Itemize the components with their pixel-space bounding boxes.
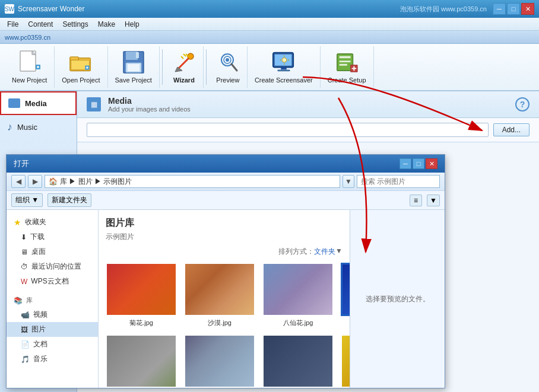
image-item-desert[interactable]: 沙漠.jpg xyxy=(184,263,255,327)
new-folder-button[interactable]: 新建文件夹 xyxy=(47,193,91,207)
menu-help[interactable]: Help xyxy=(120,19,144,30)
sidebar-library-header: 📚 库 xyxy=(7,294,98,307)
add-button[interactable]: Add... xyxy=(493,123,530,136)
sidebar-music[interactable]: 🎵 音乐 xyxy=(7,352,98,366)
svg-line-26 xyxy=(232,64,237,71)
image-thumb-penguins xyxy=(262,334,334,388)
close-button[interactable]: ✕ xyxy=(521,3,534,15)
dialog-breadcrumb: 🏠 库 ▶ 图片 ▶ 示例图片 xyxy=(45,175,340,188)
svg-line-21 xyxy=(183,54,186,56)
view-dropdown[interactable]: ▼ xyxy=(427,195,440,206)
penguins-preview xyxy=(264,336,332,387)
sidebar-wps[interactable]: W WPS云文档 xyxy=(7,274,98,289)
image-grid: 菊花.jpg 沙漠.jpg 八仙花.jpg xyxy=(106,263,343,388)
download-label: 下载 xyxy=(30,232,45,242)
image-label-desert: 沙漠.jpg xyxy=(208,318,232,327)
svg-rect-17 xyxy=(128,64,139,71)
preview-button[interactable]: Preview xyxy=(209,46,248,88)
image-item-penguins[interactable]: 企鹅.jpg xyxy=(262,334,334,388)
screensaver-icon xyxy=(272,50,296,74)
tulips-preview xyxy=(342,336,350,387)
sidebar-video[interactable]: 📹 视频 xyxy=(7,307,98,322)
wps-icon: W xyxy=(21,278,27,286)
image-item-lighthouse[interactable]: 灯塔.jpg xyxy=(184,334,255,388)
organize-button[interactable]: 组织 ▼ xyxy=(11,193,43,207)
create-screensaver-button[interactable]: Create Screensaver xyxy=(248,46,321,88)
menu-file[interactable]: File xyxy=(2,19,23,30)
minimize-button[interactable]: ─ xyxy=(493,3,506,15)
koala-preview xyxy=(107,336,176,387)
sidebar-recent[interactable]: ⏱ 最近访问的位置 xyxy=(7,259,98,274)
sort-value[interactable]: 文件夹 xyxy=(314,247,335,257)
nav-back-button[interactable]: ◀ xyxy=(11,175,26,188)
image-item-hydrangea[interactable]: 八仙花.jpg xyxy=(262,263,334,327)
music-sidebar-icon: ♪ xyxy=(7,121,12,133)
view-toggle[interactable]: ≡ xyxy=(410,195,422,206)
svg-rect-30 xyxy=(281,68,287,70)
svg-rect-39 xyxy=(340,60,351,62)
preview-icon xyxy=(216,50,240,74)
svg-point-32 xyxy=(282,58,287,62)
screensaver-label: Create Screensaver xyxy=(255,77,313,84)
svg-point-19 xyxy=(188,53,194,59)
image-item-jellyfish[interactable]: 水母.jpg xyxy=(341,263,350,327)
video-label: 视频 xyxy=(33,310,47,320)
library-section: 📚 库 📹 视频 🖼 图片 📄 文档 🎵 音乐 xyxy=(7,294,98,366)
new-project-icon xyxy=(18,50,42,74)
dialog-preview-panel: 选择要预览的文件。 xyxy=(350,210,445,388)
svg-line-22 xyxy=(181,56,183,59)
image-item-koala[interactable]: 考拉.jpg xyxy=(106,334,177,388)
sidebar-media-label: Media xyxy=(25,99,47,108)
maximize-button[interactable]: □ xyxy=(507,3,520,15)
video-icon: 📹 xyxy=(21,311,30,319)
save-project-icon xyxy=(122,50,145,74)
sidebar-picture[interactable]: 🖼 图片 xyxy=(7,322,98,337)
menu-make[interactable]: Make xyxy=(93,19,120,30)
toolbar-separator-1 xyxy=(162,49,163,85)
dialog-maximize[interactable]: □ xyxy=(413,158,424,169)
new-project-button[interactable]: New Project xyxy=(5,46,55,88)
sidebar-item-music[interactable]: ♪ Music xyxy=(0,115,77,139)
nav-forward-button[interactable]: ▶ xyxy=(28,175,42,188)
website-bar: www.pc0359.cn xyxy=(0,31,539,44)
file-dialog: 打开 ─ □ ✕ ◀ ▶ 🏠 库 ▶ 图片 ▶ 示例图片 ▼ 组织 ▼ 新建文件… xyxy=(6,154,445,388)
menu-content[interactable]: Content xyxy=(23,19,58,30)
sidebar-item-media[interactable]: Media xyxy=(0,91,77,115)
menu-bar: File Content Settings Make Help xyxy=(0,18,539,31)
content-title: Media xyxy=(108,96,191,106)
image-thumb-lighthouse xyxy=(184,334,255,388)
help-button[interactable]: ? xyxy=(515,97,530,111)
title-bar: SW Screensaver Wonder 泡泡乐软件园 www.pc0359.… xyxy=(0,0,539,18)
sidebar-favorites-header: ★ 收藏夹 xyxy=(7,215,98,230)
search-input[interactable] xyxy=(357,175,440,188)
new-project-label: New Project xyxy=(12,77,47,84)
create-setup-button[interactable]: Create Setup xyxy=(321,46,374,88)
library-label: 库 xyxy=(26,296,33,305)
sidebar-download[interactable]: ⬇ 下载 xyxy=(7,230,98,244)
dialog-minimize[interactable]: ─ xyxy=(400,158,411,169)
open-project-label: Open Project xyxy=(62,77,100,84)
hydrangea-preview xyxy=(264,264,332,315)
wps-label: WPS云文档 xyxy=(31,276,68,286)
wizard-icon xyxy=(172,50,196,74)
wizard-label: Wizard xyxy=(173,77,195,84)
dialog-close[interactable]: ✕ xyxy=(426,158,437,169)
file-input-bar xyxy=(87,123,489,137)
image-item-chrysanthemum[interactable]: 菊花.jpg xyxy=(106,263,177,327)
image-thumb-koala xyxy=(106,334,177,388)
sidebar-document[interactable]: 📄 文档 xyxy=(7,337,98,352)
image-item-tulips[interactable]: 郁金香.jpg xyxy=(341,334,350,388)
menu-settings[interactable]: Settings xyxy=(58,19,93,30)
favorites-section: ★ 收藏夹 ⬇ 下载 🖥 桌面 ⏱ 最近访问的位置 W WPS云文档 xyxy=(7,215,98,289)
chrysanthemum-preview xyxy=(107,264,176,315)
wizard-button[interactable]: Wizard xyxy=(165,46,204,88)
breadcrumb-dropdown[interactable]: ▼ xyxy=(343,175,354,188)
dialog-nav-toolbar: ◀ ▶ 🏠 库 ▶ 图片 ▶ 示例图片 ▼ xyxy=(7,173,445,191)
open-project-button[interactable]: Open Project xyxy=(55,46,107,88)
breadcrumb-path: 库 ▶ 图片 ▶ 示例图片 xyxy=(60,177,132,187)
header-media-icon: ▦ xyxy=(91,100,97,109)
toolbar-separator-2 xyxy=(206,49,207,85)
preview-label: Preview xyxy=(216,77,239,84)
sidebar-desktop[interactable]: 🖥 桌面 xyxy=(7,244,98,259)
save-project-button[interactable]: Save Project xyxy=(108,46,160,88)
